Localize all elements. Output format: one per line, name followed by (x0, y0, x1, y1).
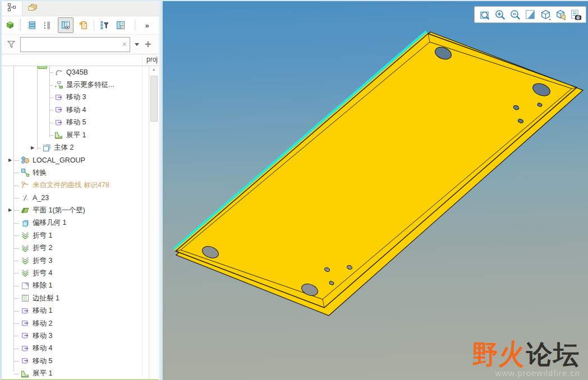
tree-item[interactable]: 移动 5 (2, 355, 159, 367)
tree-item[interactable]: 显示更多特征... (2, 78, 159, 91)
capture-icon[interactable] (569, 8, 582, 21)
clear-filter-icon[interactable]: × (120, 40, 130, 49)
bend-icon (20, 256, 30, 265)
tree-item[interactable]: 来自文件的曲线 标识478 (2, 179, 159, 192)
tree-rows: Q345B显示更多特征...移动 3移动 4移动 5展平 1▶主体 2▶LOCA… (2, 66, 159, 379)
funnel-icon (5, 38, 17, 50)
tree-item-label: 移动 2 (33, 319, 52, 328)
move-icon (54, 93, 63, 102)
tree-item-label: LOCAL_GROUP (33, 156, 85, 164)
tree-item-label: 边扯裂 1 (33, 294, 59, 303)
tree-item-label: 移动 3 (66, 92, 86, 102)
bend-icon (20, 268, 30, 277)
zoom-out-icon[interactable] (509, 8, 521, 21)
tree-item-label: 移动 4 (33, 344, 52, 353)
graphics-toolbar (474, 6, 586, 23)
show-columns-icon[interactable] (58, 17, 74, 33)
panel-separator[interactable] (159, 1, 163, 380)
tree-item[interactable]: 偏移几何 1 (2, 217, 159, 229)
toolbar-divider (135, 20, 135, 31)
feature-page-icon[interactable] (77, 19, 90, 31)
display-style-icon[interactable] (539, 8, 552, 21)
model-tree-icon (7, 3, 16, 14)
tree-item-label: 移动 1 (33, 306, 52, 316)
transform-icon (20, 168, 30, 177)
tree-item-label: 来自文件的曲线 标识478 (33, 180, 109, 190)
repaint-icon[interactable] (524, 8, 536, 21)
plane-icon (20, 206, 30, 215)
tree-item-label: 折弯 2 (33, 243, 52, 253)
tree-item-label: 移除 1 (33, 281, 52, 290)
tree-item-label: 移动 4 (66, 105, 86, 115)
tree-item[interactable]: A_23 (2, 192, 159, 204)
tree-item[interactable]: ▶LOCAL_GROUP (2, 154, 159, 166)
tree-item[interactable]: 移动 4 (2, 104, 159, 116)
remove-icon (20, 281, 30, 290)
tree-filter-input[interactable] (21, 38, 120, 52)
zoom-in-icon[interactable] (494, 8, 506, 21)
tree-item-label: 移动 5 (66, 118, 86, 127)
curve-file-icon (20, 181, 30, 190)
bend-icon (20, 244, 30, 253)
tree-item[interactable]: 移动 3 (2, 330, 159, 342)
tree-item[interactable]: 边扯裂 1 (2, 292, 159, 304)
model-display-icon[interactable] (4, 19, 16, 31)
tree-item[interactable]: 移动 5 (2, 117, 159, 129)
tree-list-icon[interactable] (25, 19, 38, 31)
filter-dropdown-caret[interactable] (135, 43, 139, 46)
tree-item-label: 折弯 3 (33, 256, 52, 266)
move-icon (20, 344, 30, 353)
curve-icon (54, 68, 63, 77)
sheetmetal-part[interactable] (163, 1, 588, 380)
zoom-region-icon[interactable] (479, 8, 491, 21)
column-divider (142, 54, 143, 66)
tree-item[interactable]: 折弯 3 (2, 254, 159, 267)
tree-item[interactable]: 移动 2 (2, 317, 159, 330)
tree-item-label: 移动 5 (33, 356, 52, 366)
tree-item[interactable]: 转换 (2, 166, 159, 179)
tree-item[interactable]: 展平 1 (2, 129, 159, 141)
column-header-label: proj (146, 55, 158, 63)
tree-item[interactable]: 移除 1 (2, 280, 159, 292)
move-icon (54, 105, 63, 114)
expand-arrow[interactable]: ▶ (8, 208, 12, 213)
expand-arrow[interactable]: ▶ (8, 157, 12, 163)
flatten-icon (20, 369, 30, 378)
tree-item[interactable]: 移动 1 (2, 304, 159, 317)
tree-item[interactable]: 折弯 1 (2, 229, 159, 242)
model-tree-panel: » × + proj Q345B显示更多特征...移动 3移动 4移动 5展平 … (0, 1, 159, 380)
creo-window: » × + proj Q345B显示更多特征...移动 3移动 4移动 5展平 … (0, 0, 588, 380)
tree-item-label: 平面 1(第一个壁) (33, 206, 85, 215)
tab-model-tree[interactable] (2, 1, 22, 16)
tree-item[interactable]: ▶主体 2 (2, 141, 159, 154)
expand-arrow[interactable]: ▶ (31, 145, 34, 150)
group-icon (20, 156, 30, 165)
graphics-area[interactable]: 野火论坛 www.proewildfire.cn (163, 1, 588, 380)
saved-views-icon[interactable] (554, 8, 567, 21)
move-icon (54, 118, 63, 127)
tree-item-label: 展平 1 (33, 369, 52, 378)
scrollbar-thumb[interactable] (150, 76, 158, 122)
tree-collapse-icon[interactable] (42, 19, 54, 31)
tree-item[interactable]: 移动 3 (2, 91, 159, 104)
tree-item-label: 移动 3 (33, 331, 52, 341)
toolbar-divider (20, 20, 21, 31)
add-filter-button[interactable]: + (144, 39, 153, 50)
tree-item[interactable]: 移动 4 (2, 342, 159, 355)
panel-tab-bar (2, 1, 159, 16)
filter-tree-icon[interactable] (98, 19, 111, 31)
tree-item[interactable]: 折弯 2 (2, 242, 159, 254)
tree-item[interactable]: ▶平面 1(第一个壁) (2, 204, 159, 216)
tree-scrollbar[interactable]: ▲ (149, 66, 158, 379)
tree-item-label: 折弯 1 (33, 231, 52, 240)
tree-filter-box: × (20, 37, 130, 52)
tree-item[interactable]: 展平 1 (2, 367, 159, 379)
tree-item[interactable]: 折弯 4 (2, 267, 159, 279)
scroll-up-arrow[interactable]: ▲ (149, 67, 158, 71)
tree-item-label: A_23 (33, 194, 49, 202)
tree-item[interactable]: Q345B (2, 66, 159, 78)
tab-folder-browser[interactable] (22, 1, 43, 16)
overflow-button[interactable]: » (139, 19, 155, 31)
columns-icon[interactable] (114, 19, 127, 31)
axis-icon (20, 193, 30, 202)
